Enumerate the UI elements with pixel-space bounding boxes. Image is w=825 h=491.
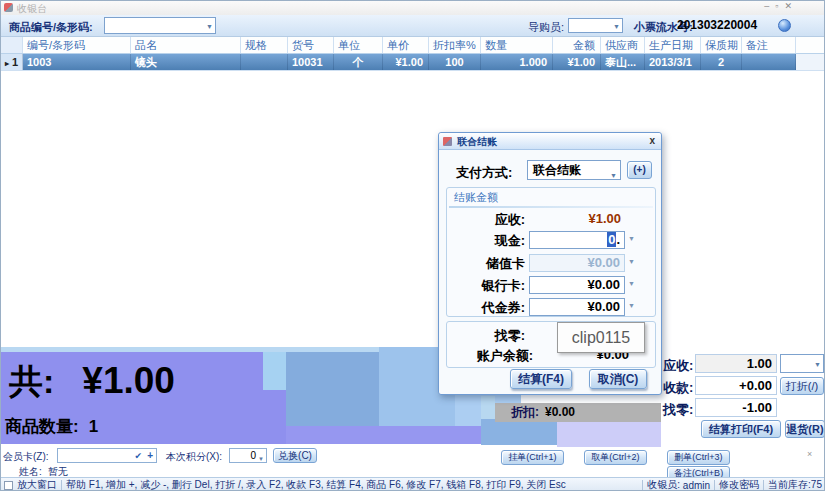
cashier-label: 收银员:: [647, 478, 680, 491]
table-header: 编号/条形码 品名 规格 货号 单位 单价 折扣率% 数量 金额 供应商 生产日…: [1, 37, 825, 54]
zoom-window-label: 放大窗口: [17, 478, 57, 491]
refund-button[interactable]: 退货(R): [785, 420, 825, 438]
received-field[interactable]: +0.00: [695, 376, 777, 395]
chevron-down-icon[interactable]: ▼: [628, 302, 635, 309]
receipt-number: 201303220004: [677, 18, 757, 32]
check-icon[interactable]: ✔: [134, 451, 142, 461]
bank-card-label: 银行卡:: [447, 277, 525, 295]
discount-button[interactable]: 打折(/): [780, 377, 824, 395]
header-spec[interactable]: 规格: [241, 37, 288, 53]
cell-prod-date[interactable]: 2013/3/1: [645, 54, 701, 70]
sync-icon[interactable]: [778, 19, 791, 32]
header-shelf-life[interactable]: 保质期: [701, 37, 742, 53]
hotkey-help-text: 帮助 F1, 增加 +, 减少 -, 删行 Del, 打折 /, 录入 F2, …: [66, 478, 566, 491]
color-panel: [557, 422, 661, 447]
received-label: 收款:: [663, 379, 693, 397]
header-code[interactable]: 编号/条形码: [23, 37, 131, 53]
cell-code[interactable]: 1003: [23, 54, 131, 70]
change-label: 找零:: [663, 401, 693, 419]
add-payment-button[interactable]: (+): [627, 161, 652, 179]
bank-card-input[interactable]: ¥0.00: [529, 276, 625, 294]
row-indicator: ▸ 1: [1, 54, 23, 70]
window-controls[interactable]: –▫✕: [764, 1, 798, 11]
payment-method-label: 支付方式:: [456, 164, 512, 182]
qty-value: 1: [89, 417, 98, 436]
group-title: 结账金额: [447, 188, 655, 205]
pos-window: 收银台 –▫✕ 商品编号/条形码: ▼ 导购员: ▼ 小票流水号: 201303…: [0, 0, 825, 491]
chevron-down-icon[interactable]: ▼: [628, 280, 635, 287]
cell-filler: [796, 54, 825, 70]
cash-input[interactable]: 0.: [529, 231, 625, 249]
header-name[interactable]: 品名: [131, 37, 241, 53]
header-qty[interactable]: 数量: [481, 37, 553, 53]
cell-supplier[interactable]: 泰山...: [601, 54, 645, 70]
header-discount-rate[interactable]: 折扣率%: [429, 37, 481, 53]
chevron-down-icon[interactable]: ▼: [628, 235, 635, 242]
header-unit[interactable]: 单位: [334, 37, 383, 53]
product-code-input[interactable]: ▼: [104, 17, 216, 34]
settle-print-button[interactable]: 结算打印(F4): [701, 420, 781, 438]
guide-select[interactable]: ▼: [568, 18, 623, 33]
plus-icon[interactable]: +: [147, 450, 153, 461]
voucher-input[interactable]: ¥0.00: [529, 298, 625, 316]
zoom-window-checkbox[interactable]: [4, 481, 13, 490]
chevron-down-icon: ▼: [613, 22, 620, 29]
dialog-titlebar[interactable]: 联合结账 x: [439, 133, 661, 150]
chevron-down-icon: ▼: [206, 22, 213, 29]
cell-name[interactable]: 镜头: [131, 54, 241, 70]
cashier-value: admin: [683, 480, 710, 491]
product-code-label: 商品编号/条形码:: [9, 20, 93, 35]
header-indicator: [1, 37, 23, 53]
header-prod-date[interactable]: 生产日期: [645, 37, 701, 53]
dialog-title: 联合结账: [457, 135, 497, 149]
balance-label: 账户余额:: [447, 347, 533, 365]
cell-amount[interactable]: ¥1.00: [553, 54, 601, 70]
cell-spec[interactable]: [241, 54, 288, 70]
header-remark[interactable]: 备注: [742, 37, 796, 53]
minimize-icon[interactable]: –: [764, 1, 775, 11]
delete-order-button[interactable]: 删单(Ctrl+3): [667, 450, 730, 465]
member-card-input[interactable]: ✔ +: [57, 448, 157, 463]
header-supplier[interactable]: 供应商: [601, 37, 645, 53]
cell-price[interactable]: ¥1.00: [383, 54, 429, 70]
table-row[interactable]: ▸ 1 1003 镜头 10031 个 ¥1.00 100 1.000 ¥1.0…: [1, 54, 825, 71]
close-icon[interactable]: x: [649, 135, 655, 146]
payment-method-select[interactable]: 联合结账▼: [527, 160, 621, 180]
change-password-link[interactable]: 修改密码: [719, 478, 759, 491]
header-amount[interactable]: 金额: [553, 37, 601, 53]
cell-discount-rate[interactable]: 100: [429, 54, 481, 70]
cell-remark[interactable]: [742, 54, 796, 70]
divider: [714, 480, 715, 491]
cancel-button[interactable]: 取消(C): [589, 369, 647, 389]
hang-order-button[interactable]: 挂单(Ctrl+1): [501, 450, 564, 465]
dialog-icon: [443, 137, 452, 146]
due-value: ¥1.00: [529, 211, 621, 226]
header-item-no[interactable]: 货号: [288, 37, 334, 53]
exchange-button[interactable]: 兑换(C): [273, 448, 317, 463]
item-quantity: 商品数量:1: [5, 415, 98, 438]
dialog-change-label: 找零:: [447, 327, 525, 345]
pick-order-button[interactable]: 取单(Ctrl+2): [584, 450, 647, 465]
toolbar: 商品编号/条形码: ▼ 导购员: ▼ 小票流水号: 201303220004: [1, 15, 825, 37]
grand-total: 共:¥1.00: [9, 359, 175, 405]
settle-button[interactable]: 结算(F4): [510, 369, 572, 389]
cell-shelf-life[interactable]: 2: [701, 54, 742, 70]
points-label: 本次积分(X):: [166, 450, 222, 464]
cell-item-no[interactable]: 10031: [288, 54, 334, 70]
payment-type-select[interactable]: ▼: [780, 354, 824, 373]
window-titlebar: 收银台 –▫✕: [1, 1, 825, 15]
points-field[interactable]: 0▼: [229, 448, 267, 463]
app-icon: [4, 3, 13, 12]
total-value: ¥1.00: [82, 360, 175, 401]
close-icon[interactable]: ×: [807, 449, 812, 459]
receivable-field: 1.00: [695, 354, 777, 373]
cell-unit[interactable]: 个: [334, 54, 383, 70]
color-panel: [481, 419, 557, 445]
cash-label: 现金:: [447, 232, 525, 250]
divider: [61, 480, 62, 491]
close-icon[interactable]: ✕: [784, 1, 798, 11]
member-card-label: 会员卡(Z):: [3, 450, 49, 464]
cell-qty[interactable]: 1.000: [481, 54, 553, 70]
header-price[interactable]: 单价: [383, 37, 429, 53]
change-field: -1.00: [695, 398, 777, 417]
